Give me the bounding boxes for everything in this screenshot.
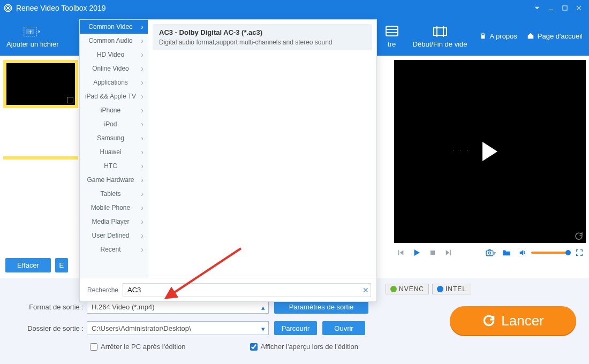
toolbar-label-1: tre — [388, 40, 396, 48]
play-button[interactable] — [411, 247, 422, 258]
format-category-item[interactable]: HD Video — [80, 48, 148, 62]
refresh-icon — [482, 314, 496, 328]
stop-button[interactable] — [427, 247, 438, 258]
volume-slider[interactable] — [531, 252, 569, 254]
svg-rect-12 — [434, 28, 447, 35]
open-folder-button[interactable] — [501, 247, 512, 258]
format-category-item[interactable]: Game Hardware — [80, 173, 148, 187]
folder-label: Dossier de sortie : — [11, 324, 87, 332]
format-result-desc: Digital audio format,support multi-chann… — [159, 39, 366, 46]
svg-rect-16 — [486, 251, 493, 255]
format-category-item[interactable]: iPhone — [80, 103, 148, 117]
chevron-down-icon: ▾ — [261, 325, 265, 333]
next-button[interactable] — [443, 247, 454, 258]
about-link[interactable]: A propos — [479, 32, 517, 40]
thumbnail-strip — [3, 60, 78, 108]
lock-icon — [479, 32, 487, 40]
svg-rect-3 — [563, 6, 567, 10]
maximize-button[interactable] — [558, 1, 572, 15]
fullscreen-button[interactable] — [574, 247, 585, 258]
format-category-item[interactable]: Recent — [80, 242, 148, 256]
svg-rect-15 — [431, 251, 435, 255]
trim-icon — [431, 24, 449, 39]
svg-point-1 — [7, 7, 9, 9]
format-category-list: Common VideoCommon AudioHD VideoOnline V… — [80, 20, 148, 278]
format-category-item[interactable]: Common Audio — [80, 34, 148, 48]
app-title: Renee Video Toolbox 2019 — [16, 4, 106, 12]
svg-text:+: + — [28, 28, 32, 35]
format-category-item[interactable]: Media Player — [80, 215, 148, 229]
format-category-item[interactable]: iPad && Apple TV — [80, 89, 148, 103]
chevron-up-icon: ▴ — [261, 304, 265, 312]
video-preview: · · · ▾ — [394, 60, 586, 262]
format-label: Format de sortie : — [11, 303, 87, 311]
homepage-link[interactable]: Page d'accueil — [527, 32, 583, 40]
launch-button[interactable]: Lancer — [450, 306, 576, 335]
format-result-list: AC3 - Dolby Digital AC-3 (*.ac3) Digital… — [148, 20, 376, 278]
format-category-item[interactable]: Samsung — [80, 131, 148, 145]
app-logo-icon — [3, 3, 13, 13]
reload-icon — [574, 231, 584, 241]
toolbar-item-trim[interactable]: Début/Fin de vidé — [413, 24, 467, 48]
gpu-intel-badge[interactable]: INTEL — [432, 284, 471, 294]
format-search-row: Recherche ✕ — [80, 278, 376, 301]
clear-search-icon[interactable]: ✕ — [363, 286, 369, 294]
format-category-item[interactable]: Mobile Phone — [80, 201, 148, 215]
format-dropdown-panel: Common VideoCommon AudioHD VideoOnline V… — [79, 19, 377, 302]
format-search-input[interactable] — [123, 283, 371, 297]
thumbnail-list — [3, 60, 78, 160]
format-result-title: AC3 - Dolby Digital AC-3 (*.ac3) — [159, 28, 366, 36]
format-result-item[interactable]: AC3 - Dolby Digital AC-3 (*.ac3) Digital… — [153, 24, 372, 50]
toolbar-label-trim: Début/Fin de vidé — [413, 40, 467, 48]
open-button[interactable]: Ouvrir — [322, 321, 365, 335]
settings-icon — [383, 24, 401, 39]
svg-rect-9 — [386, 26, 398, 36]
edit-button-partial[interactable]: E — [55, 258, 68, 272]
format-category-item[interactable]: Common Video — [80, 20, 148, 34]
format-category-item[interactable]: Online Video — [80, 62, 148, 75]
format-category-item[interactable]: Tablets — [80, 187, 148, 201]
prev-button[interactable] — [395, 247, 406, 258]
preview-checkbox[interactable]: Afficher l'aperçu lors de l'édition — [250, 343, 359, 351]
add-file-label: Ajouter un fichier — [6, 40, 59, 48]
snapshot-button[interactable]: ▾ — [485, 247, 496, 258]
toolbar-item-hidden-1[interactable]: tre — [383, 24, 401, 48]
format-category-item[interactable]: iPod — [80, 117, 148, 131]
thumbnail-item[interactable] — [6, 63, 75, 105]
format-category-item[interactable]: User Defined — [80, 229, 148, 242]
shutdown-checkbox[interactable]: Arrêter le PC après l'édition — [90, 343, 186, 351]
play-large-icon — [482, 142, 497, 161]
format-category-item[interactable]: Applications — [80, 75, 148, 89]
preview-screen[interactable]: · · · — [394, 60, 586, 243]
output-folder-value: C:\Users\Administrator\Desktop\ — [92, 324, 191, 332]
minimize-button[interactable] — [544, 1, 558, 15]
browse-button[interactable]: Parcourir — [274, 321, 317, 335]
format-category-item[interactable]: HTC — [80, 159, 148, 173]
preview-controls: ▾ — [394, 243, 586, 262]
add-file-icon: + — [24, 24, 42, 39]
dropdown-menu-icon[interactable] — [530, 1, 544, 15]
home-icon — [527, 32, 534, 40]
format-category-item[interactable]: Huawei — [80, 145, 148, 159]
search-label: Recherche — [87, 286, 118, 294]
output-format-value: H.264 Video (*.mp4) — [92, 303, 155, 311]
volume-button[interactable] — [517, 247, 528, 258]
close-button[interactable] — [572, 1, 586, 15]
output-folder-combo[interactable]: C:\Users\Administrator\Desktop\ ▾ — [87, 321, 269, 335]
clear-button[interactable]: Effacer — [5, 258, 51, 272]
titlebar: Renee Video Toolbox 2019 — [0, 0, 589, 16]
gpu-nvenc-badge[interactable]: NVENC — [386, 284, 429, 294]
add-file-button[interactable]: + Ajouter un fichier — [6, 24, 59, 48]
svg-point-17 — [488, 252, 490, 254]
